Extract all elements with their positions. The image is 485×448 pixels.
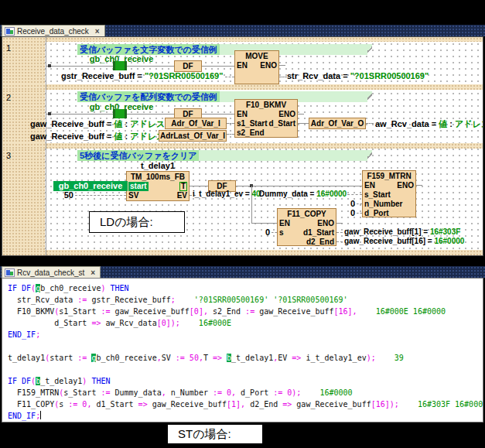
st-case-label: STの場合:	[167, 424, 263, 444]
st-code-segment: :=	[77, 354, 91, 362]
f10-bkmv-block[interactable]: F10_BKMV EN ENO s1_Start d_Start s2_End	[234, 99, 298, 138]
rung2-output-operand[interactable]: aw_Rcv_data = 値 : アドレス	[375, 118, 483, 130]
block-title: F159_MTRN	[363, 171, 415, 181]
ev-output-operand[interactable]: i_t_delay1_ev = 40	[193, 190, 261, 198]
rung2-contact-true[interactable]	[113, 109, 127, 118]
rung3-comment[interactable]: 5秒後に受信バッファをクリア	[77, 150, 372, 161]
rung2-input1-operand[interactable]: gaw_Receive_buff = 値 : アドレス	[30, 118, 165, 130]
f11-copy-block[interactable]: F11_COPY EN ENO s d1_Start d2_End	[277, 208, 336, 246]
st-code-line[interactable]: F11_COPY(s := 0, d1_Start => gaw_Receive…	[8, 398, 483, 410]
copy-out1-operand[interactable]: gaw_Receive_buff[1] = 16#303F	[344, 227, 460, 236]
st-code-segment: :=	[77, 296, 87, 304]
sv-input-value[interactable]: 50	[60, 190, 73, 200]
wire	[298, 123, 309, 124]
st-code-segment: SV	[162, 354, 176, 362]
rung1-comment[interactable]: 受信バッファを文字変数での受信例	[77, 44, 372, 55]
adr-of-var-o-block[interactable]: Adr_Of_Var_O	[309, 118, 366, 129]
comment-text: 受信バッファを文字変数での受信例	[77, 44, 220, 55]
st-code-segment: start	[50, 354, 77, 362]
st-code-line[interactable]: d_Start => aw_Rcv_data[0]); 16#000E	[8, 317, 483, 329]
operand-name: Dummy_data =	[259, 190, 316, 198]
rung-number-3[interactable]: 3	[6, 151, 22, 160]
tab-receive-data-check[interactable]: Receive_data_check ×	[2, 25, 105, 36]
copy-s-input-value[interactable]: 0	[264, 227, 270, 237]
tab-label: Receive_data_check	[17, 26, 89, 36]
st-code-line[interactable]: IF DF(b_t_delay1) THEN	[8, 375, 483, 387]
rung-separator	[2, 143, 483, 149]
rung1-output-operand[interactable]: str_Rcv_data = "?01SRR00500169"	[287, 71, 429, 80]
wire	[336, 241, 343, 242]
pin-eno: ENO	[278, 110, 295, 119]
rung2-comment[interactable]: 受信バッファを配列変数での受信例	[77, 91, 372, 102]
st-code-segment: := 0,	[68, 400, 96, 409]
comment-fold-icon	[367, 44, 372, 55]
pin-s: s	[279, 228, 284, 238]
st-code-segment: F11_COPY	[8, 400, 54, 409]
comment-fill	[199, 150, 367, 161]
pin-d-start: d_Start	[269, 119, 295, 128]
f159-mtrn-block[interactable]: F159_MTRN EN ENO s_Start n_Number d_Port	[362, 170, 416, 217]
st-code-segment: F10_BKMV	[8, 307, 54, 316]
st-code-segment: _t_delay1	[40, 377, 82, 385]
wire	[272, 232, 277, 233]
rung2-input2-operand[interactable]: gaw_Receive_buff = 値 : アドレス	[30, 131, 165, 142]
st-code-segment: THEN	[105, 284, 128, 292]
tm-100ms-fb-block[interactable]: TM_100ms_FB start T SV EV	[126, 171, 190, 201]
tab-rcv-data-check-st[interactable]: Rcv_data_check_st ×	[2, 266, 101, 278]
st-code-line[interactable]: F159_MTRN(s_Start := Dummy_data, n_Numbe…	[8, 387, 483, 398]
st-code-line[interactable]: F10_BKMV(s1_Start := gaw_Receive_buff[0]…	[8, 306, 483, 317]
st-code-segment: :=	[101, 307, 110, 316]
operand-sep: :	[447, 119, 455, 128]
pin-eno: ENO	[397, 181, 414, 190]
rung1-input-operand[interactable]: gstr_Receive_buff = "?01SRR00500169"	[61, 71, 223, 80]
rung1-df-block[interactable]: DF	[174, 60, 202, 72]
rung-number-2[interactable]: 2	[6, 93, 22, 102]
wire	[225, 77, 234, 77]
st-code-line[interactable]: str_Rcv_data := gstr_Receive_buff; '?01S…	[8, 294, 483, 306]
st-code-line[interactable]: t_delay1(start := gb_ch0_receive,SV := 5…	[8, 352, 483, 364]
comment-fold-icon	[367, 150, 372, 161]
timer-instance-name[interactable]: t_delay1	[126, 161, 190, 170]
rung-number-1[interactable]: 1	[6, 43, 22, 53]
adrlast-of-var-i-block[interactable]: AdrLast_Of_Var_I	[159, 130, 227, 142]
st-code-segment: d_Start	[8, 319, 91, 327]
st-code-segment: s1_Start	[59, 307, 101, 316]
pin-en: EN	[279, 219, 290, 228]
wire	[75, 195, 126, 196]
pin-s2-end: s2_End	[237, 128, 265, 138]
s-start-input-operand[interactable]: Dummy_data = 16#0000	[259, 190, 347, 198]
st-code-line[interactable]: END_IF;	[8, 410, 483, 422]
st-code-line[interactable]	[8, 364, 483, 375]
st-code-segment: =>	[282, 400, 292, 409]
st-code-segment: s	[59, 400, 68, 409]
operand-name: str_Rcv_data =	[287, 71, 350, 80]
st-code-line[interactable]: IF DF(gb_ch0_receive) THEN	[8, 282, 483, 294]
st-code-segment: EV	[278, 354, 292, 362]
n-number-input-value[interactable]: 0	[349, 199, 355, 208]
st-code-segment: n_Number	[171, 388, 213, 397]
wire	[336, 223, 343, 224]
close-icon[interactable]: ×	[95, 26, 100, 36]
st-editor[interactable]: IF DF(gb_ch0_receive) THEN str_Rcv_data …	[2, 278, 483, 422]
st-code-segment: := 0);	[273, 388, 301, 397]
pin-start-true: start	[128, 182, 149, 191]
rung1-contact-true[interactable]	[113, 61, 127, 70]
pin-n-number: n_Number	[364, 200, 402, 209]
pin-d2-end: d2_End	[306, 238, 334, 247]
st-code-line[interactable]: END_IF;	[8, 329, 483, 340]
d-port-input-value[interactable]: 0	[349, 208, 355, 217]
copy-out2-operand[interactable]: gaw_Receive_buff[16] = 16#0000	[344, 237, 464, 245]
st-code-line[interactable]	[8, 340, 483, 352]
st-code-segment: b_ch0_receive	[40, 284, 101, 292]
wire	[46, 114, 234, 115]
close-icon[interactable]: ×	[91, 268, 95, 278]
rung-separator	[2, 37, 483, 42]
move-block[interactable]: MOVE EN ENO	[234, 50, 279, 84]
operand-name: gaw_Receive_buff =	[30, 132, 114, 141]
adr-of-var-i-block[interactable]: Adr_Of_Var_I	[165, 118, 227, 129]
operand-name: i_t_delay1_ev =	[193, 190, 251, 198]
block-title: MOVE	[235, 51, 278, 61]
st-code-segment: d2_End	[250, 400, 282, 409]
block-title: F10_BKMV	[235, 100, 297, 110]
st-code-segment: [1],	[227, 400, 250, 409]
